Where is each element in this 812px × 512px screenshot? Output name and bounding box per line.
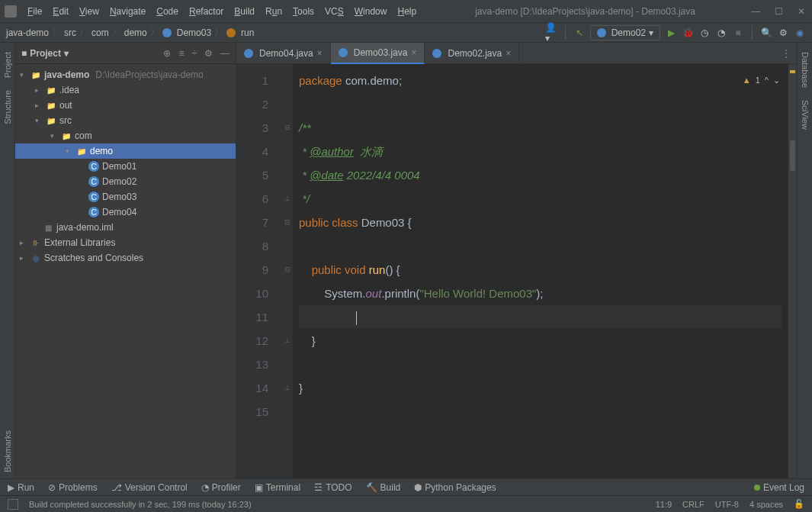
editor-tab-demo02[interactable]: Demo02.java × (425, 43, 519, 64)
tree-idea[interactable]: ▸📁.idea (15, 82, 236, 98)
project-panel-header: ■ Project ▾ ⊕ ≡ ÷ ⚙ — (15, 43, 236, 64)
tree-out[interactable]: ▸📁out (15, 98, 236, 113)
menu-tools[interactable]: Tools (288, 4, 319, 19)
menu-vcs[interactable]: VCS (320, 4, 348, 19)
breadcrumb-sep: 〉 (150, 26, 159, 39)
tool-structure-tab[interactable]: Structure (2, 84, 14, 130)
breadcrumb-method[interactable]: run (241, 27, 254, 38)
tree-com[interactable]: ▾📁com (15, 128, 236, 143)
chevron-down-icon[interactable]: ⌄ (773, 69, 780, 92)
tree-src[interactable]: ▾📁src (15, 113, 236, 128)
menu-view[interactable]: View (75, 4, 104, 19)
plugin-icon[interactable]: ◉ (794, 27, 806, 39)
settings-icon[interactable]: ⚙ (204, 48, 213, 59)
user-icon[interactable]: 👤▾ (545, 27, 557, 39)
minimize-button[interactable]: — (749, 6, 762, 17)
fold-column[interactable]: ⊟⊥ ⊟⊟⊥ ⊥ (282, 64, 293, 478)
editor-scrollbar[interactable] (788, 64, 797, 478)
close-button[interactable]: ✕ (795, 6, 807, 17)
breadcrumb-src[interactable]: src (64, 27, 76, 38)
settings-button[interactable]: ⚙ (777, 27, 789, 39)
code-editor[interactable]: 12 34 56 78 910 1112 1314 15 ⊟⊥ ⊟⊟⊥ ⊥ ▲ … (236, 64, 797, 478)
tree-root[interactable]: ▾📁 java-demo D:\IdeaProjects\java-demo (15, 67, 236, 82)
run-button[interactable]: ▶ (665, 27, 677, 39)
scrollbar-thumb[interactable] (790, 140, 795, 171)
tree-scratches[interactable]: ▸◎Scratches and Consoles (15, 250, 236, 266)
tool-event-log[interactable]: Event Log (754, 482, 804, 493)
menu-code[interactable]: Code (152, 4, 183, 19)
code-content[interactable]: ▲ 1 ^ ⌄ package com.demo; /** * @author … (293, 64, 788, 478)
tree-demo-pkg[interactable]: ▾📁demo (15, 143, 236, 159)
menu-refactor[interactable]: Refactor (185, 4, 228, 19)
tool-database-tab[interactable]: Database (799, 46, 811, 94)
maximize-button[interactable]: ☐ (772, 6, 785, 17)
menu-help[interactable]: Help (393, 4, 421, 19)
tool-run[interactable]: ▶ Run (8, 482, 34, 493)
tree-external-libraries[interactable]: ▸⊪External Libraries (15, 235, 236, 250)
run-configuration-selector[interactable]: Demo02 ▾ (590, 25, 660, 40)
select-opened-file-icon[interactable]: ⊕ (163, 48, 171, 59)
class-icon (244, 49, 253, 58)
tool-build[interactable]: 🔨 Build (366, 482, 401, 493)
editor-tab-more[interactable]: ⋮ (775, 48, 797, 59)
collapse-all-icon[interactable]: ÷ (191, 48, 197, 59)
file-encoding[interactable]: UTF-8 (715, 500, 739, 509)
tool-project-tab[interactable]: Project (2, 46, 14, 84)
main-menu: File Edit View Navigate Code Refactor Bu… (23, 4, 421, 19)
tree-demo02[interactable]: CDemo02 (15, 174, 236, 189)
coverage-button[interactable]: ◷ (698, 27, 711, 39)
hide-icon[interactable]: — (220, 48, 229, 59)
tool-todo[interactable]: ☲ TODO (314, 482, 351, 493)
close-tab-icon[interactable]: × (317, 48, 323, 59)
tool-windows-icon[interactable] (8, 499, 18, 510)
chevron-up-icon[interactable]: ^ (765, 69, 769, 92)
inspection-widget[interactable]: ▲ 1 ^ ⌄ (743, 69, 780, 92)
tool-problems[interactable]: ⊘ Problems (48, 482, 98, 493)
tool-version-control[interactable]: ⎇ Version Control (111, 482, 188, 493)
editor-tab-demo03[interactable]: Demo03.java × (331, 43, 425, 64)
menu-run[interactable]: Run (261, 4, 287, 19)
breadcrumb-sep: 〉 (79, 26, 88, 39)
titlebar: File Edit View Navigate Code Refactor Bu… (0, 0, 812, 23)
breadcrumb-class[interactable]: Demo03 (177, 27, 211, 38)
breadcrumb-sep: 〉 (52, 26, 61, 39)
stop-button[interactable]: ■ (732, 27, 744, 39)
editor-tab-demo04[interactable]: Demo04.java × (236, 43, 331, 64)
cursor-position[interactable]: 11:9 (656, 500, 672, 509)
status-message: Build completed successfully in 2 sec, 1… (29, 500, 252, 509)
warning-marker[interactable] (790, 70, 795, 73)
tool-sciview-tab[interactable]: SciView (799, 94, 811, 136)
tree-iml[interactable]: ▦java-demo.iml (15, 220, 236, 235)
build-icon[interactable]: ↖ (573, 27, 586, 39)
tool-profiler[interactable]: ◔ Profiler (201, 482, 241, 493)
breadcrumb-project[interactable]: java-demo (6, 27, 49, 38)
breadcrumb-demo[interactable]: demo (124, 27, 147, 38)
class-icon (432, 49, 441, 58)
tool-bookmarks-tab[interactable]: Bookmarks (2, 424, 14, 478)
tree-demo03[interactable]: CDemo03 (15, 189, 236, 204)
status-bar: Build completed successfully in 2 sec, 1… (0, 495, 812, 512)
readonly-lock-icon[interactable]: 🔓 (794, 499, 804, 509)
status-dot-icon (754, 485, 760, 491)
menu-window[interactable]: Window (350, 4, 392, 19)
close-tab-icon[interactable]: × (411, 47, 416, 58)
menu-edit[interactable]: Edit (48, 4, 73, 19)
breadcrumb-com[interactable]: com (91, 27, 109, 38)
debug-button[interactable]: 🐞 (682, 27, 694, 39)
profile-button[interactable]: ◔ (715, 27, 727, 39)
menu-navigate[interactable]: Navigate (105, 4, 150, 19)
menu-build[interactable]: Build (229, 4, 259, 19)
editor-area: Demo04.java × Demo03.java × Demo02.java … (236, 43, 797, 478)
tree-demo01[interactable]: CDemo01 (15, 159, 236, 174)
expand-all-icon[interactable]: ≡ (178, 48, 184, 59)
tool-python-packages[interactable]: ⬢ Python Packages (414, 482, 496, 493)
right-tool-stripe: Database SciView (797, 43, 812, 478)
indent-setting[interactable]: 4 spaces (749, 500, 783, 509)
line-separator[interactable]: CRLF (682, 500, 704, 509)
tool-terminal[interactable]: ▣ Terminal (255, 482, 300, 493)
search-everywhere-button[interactable]: 🔍 (760, 27, 772, 39)
close-tab-icon[interactable]: × (505, 48, 511, 59)
menu-file[interactable]: File (23, 4, 47, 19)
tree-demo04[interactable]: CDemo04 (15, 204, 236, 220)
tab-label: Demo04.java (259, 48, 313, 59)
